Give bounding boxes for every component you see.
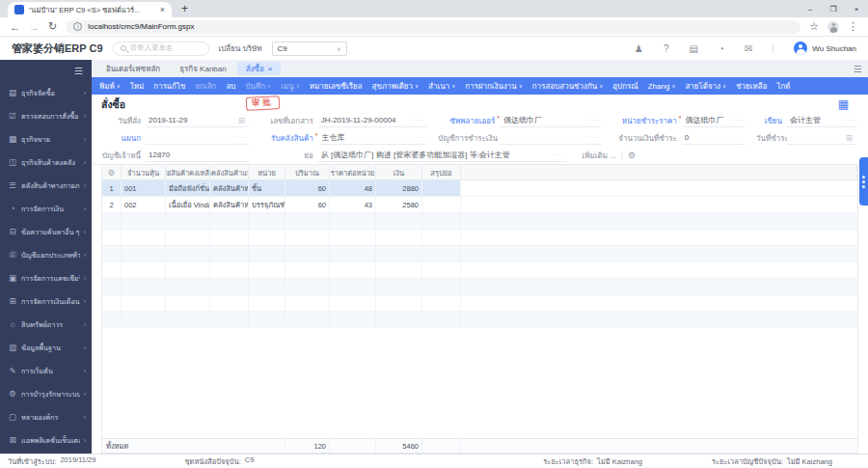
ellipsis-icon[interactable]: ··· (587, 133, 598, 142)
field-input[interactable]: JH-2019-11-29-00004··· (318, 114, 426, 127)
ellipsis-icon[interactable]: ··· (414, 116, 424, 124)
doc-tab-1[interactable]: ธุรกิจ Kanban (171, 62, 235, 75)
sidebar-item-0[interactable]: ▤ธุรกิจจัดซื้อ› (0, 81, 92, 104)
table-row-1[interactable]: 2002เนื้อเยื่อ Vindaคลังสินค้าหลักบรรจุภ… (102, 197, 857, 213)
ellipsis-icon[interactable]: ··· (235, 133, 246, 142)
table-header-0[interactable]: ⚙ (102, 165, 122, 179)
toolbar-item-13[interactable]: Zhang∨ (643, 82, 681, 91)
sidebar-item-11[interactable]: ▥ข้อมูลพื้นฐาน› (0, 336, 92, 359)
field-input[interactable]: 偶达纸巾厂··· (683, 114, 745, 127)
sidebar-item-4[interactable]: ☰คลังสินค้าทางกายภาพ› (0, 174, 92, 197)
sidebar-item-1[interactable]: ☑ตรวจสอบการสั่งซื้อ› (0, 104, 92, 127)
gear-icon[interactable]: ⚙ (628, 151, 636, 160)
maximize-icon[interactable]: ❐ (822, 5, 845, 14)
sidebar-item-10[interactable]: ⌂สินทรัพย์ถาวร› (0, 313, 92, 336)
warehouse-icon: ☰ (8, 180, 17, 190)
more-options-button[interactable]: เพิ่มเติม ...|⚙ (579, 150, 637, 162)
collapse-menu-icon[interactable]: ☰ (74, 66, 83, 76)
sidebar-item-3[interactable]: ◫ธุรกิจสินค้าคงคลัง› (0, 151, 92, 174)
form-field: ซัพพลายเออร์*偶达纸巾厂··· (438, 112, 612, 129)
table-header-2[interactable]: ชื่อสินค้าคงเหลือ (166, 165, 210, 179)
doc-tab-0[interactable]: อินเตอร์เฟซหลัก (97, 62, 169, 75)
toolbar-item-7[interactable]: หมายเลขซีเรียล (305, 80, 367, 93)
address-bar[interactable]: i localhost/cmc9/MainForm.gspx (66, 20, 800, 34)
sidebar-item-15[interactable]: ⊠แอพพลิเคชั่นเซ็นเตอร์› (0, 428, 92, 452)
ellipsis-icon[interactable]: ··· (587, 116, 598, 124)
doc-tab-2[interactable]: สั่งซื้อ× (237, 62, 282, 75)
company-select[interactable]: C9 ∨ (272, 41, 347, 56)
field-input[interactable]: 会计主管··· (787, 114, 856, 127)
sidebar-item-2[interactable]: ▦ธุรกิจขาย› (0, 127, 92, 151)
field-input[interactable]: 从 [偶达纸巾厂] 购进 [管家婆多功能加湿器] 等:会计主管··· (318, 149, 567, 162)
user-menu[interactable]: Wu Shuchan (794, 41, 856, 55)
sidebar-item-6[interactable]: ⊟ข้อความค้นหาอื่น ๆ› (0, 220, 92, 243)
field-input[interactable]: ⊞ (787, 131, 856, 145)
field-input[interactable]: ··· (146, 131, 249, 145)
table-settings-gear-icon[interactable]: ⚙ (108, 168, 116, 178)
field-input[interactable]: 0 (682, 131, 745, 145)
sidebar-item-9[interactable]: ⊞การจัดการเงินเดือน› (0, 289, 92, 313)
chevron-right-icon: › (84, 206, 86, 212)
toolbar-item-10[interactable]: การฝากเงินงาน∨ (460, 80, 528, 93)
sidebar-item-13[interactable]: ⚙การบำรุงรักษาระบบ› (0, 382, 92, 405)
toolbar-item-9[interactable]: สำเนา∨ (423, 80, 460, 93)
table-row-0[interactable]: 1001มือถือฟังก์ชั่นเม...คลังสินค้าหลักชิ… (102, 180, 857, 197)
calendar-icon[interactable]: ⊞ (846, 133, 854, 143)
field-input[interactable]: ··· (500, 131, 601, 145)
toolbar-item-2[interactable]: การแก้ไข (149, 80, 190, 93)
table-header-5[interactable]: ปริมาณ (285, 165, 330, 179)
table-header-1[interactable]: จำนวนหุ้น (122, 165, 166, 179)
side-panel-handle[interactable] (859, 157, 868, 206)
toolbar-item-15[interactable]: ช่วยเหลือ (731, 80, 772, 93)
ellipsis-icon[interactable]: ··· (414, 133, 424, 142)
close-doc-tab-icon[interactable]: × (268, 65, 273, 73)
field-input[interactable]: 主仓库··· (319, 131, 427, 145)
close-window-icon[interactable]: × (845, 5, 868, 14)
toolbar-item-8[interactable]: สุขภาพเดียว∨ (367, 80, 424, 93)
toolbar-item-16[interactable]: ไกด์ (772, 80, 795, 93)
table-header-7[interactable]: เงิน (376, 165, 422, 179)
toolbar-item-14[interactable]: สายโต้จาง∨ (680, 80, 731, 93)
feedback-icon[interactable]: ▤ (689, 43, 697, 54)
new-tab-button[interactable]: + (181, 2, 188, 17)
ellipsis-icon[interactable]: ··· (554, 151, 564, 159)
toolbar-item-0[interactable]: พิมพ์∨ (95, 80, 125, 93)
field-input[interactable]: 偶达纸巾厂··· (501, 114, 601, 127)
calendar-icon[interactable]: ⊞ (238, 116, 246, 125)
table-header-4[interactable]: หน่วย (249, 165, 285, 179)
stamp-icon[interactable]: ♟ (635, 43, 643, 54)
sidebar-item-5[interactable]: ◔การจัดการเงิน› (0, 197, 92, 220)
forward-icon[interactable]: → (29, 21, 40, 33)
sidebar-item-14[interactable]: ▢หลายองค์กร› (0, 405, 92, 428)
browser-menu-icon[interactable]: ⋮ (848, 20, 858, 33)
qr-code-icon[interactable]: ▦ (838, 97, 849, 111)
field-input[interactable]: 2019-11-29⊞ (146, 114, 249, 127)
toolbar-item-1[interactable]: ใหม่ (125, 80, 149, 93)
help-icon[interactable]: ? (664, 43, 669, 54)
table-header-8[interactable]: สรุปย่อ (422, 165, 461, 179)
ellipsis-icon[interactable]: ··· (732, 116, 743, 124)
table-header-6[interactable]: ราคาต่อหน่วย (330, 165, 376, 179)
refresh-icon[interactable]: ↻ (48, 20, 57, 33)
browser-profile-icon[interactable] (827, 21, 839, 33)
toolbar-item-4[interactable]: ลบ (221, 80, 240, 93)
sidebar-item-12[interactable]: ✎การเริ่มต้น› (0, 359, 92, 382)
ellipsis-icon[interactable]: ··· (843, 116, 854, 124)
toolbar-item-12[interactable]: อุปกรณ์ (608, 80, 642, 93)
alarm-icon[interactable]: ◔ (719, 43, 724, 54)
tab-list-icon[interactable]: ☰ (854, 64, 862, 74)
toolbar-item-11[interactable]: การสอบสวนช่วงกัน∨ (528, 80, 608, 93)
bookmark-star-icon[interactable]: ☆ (809, 20, 819, 33)
browser-tab[interactable]: "แม่บ้าน" ERP C9 <S> ซอฟต์แวร์... × (8, 2, 172, 17)
back-icon[interactable]: ← (10, 21, 20, 33)
menu-search-input[interactable]: 请录入菜单名 (113, 41, 209, 56)
sidebar-item-8[interactable]: ▣การจัดการแคชเชียร์› (0, 266, 92, 289)
close-tab-icon[interactable]: × (160, 5, 165, 14)
cell (422, 312, 461, 327)
info-icon[interactable]: i (73, 22, 82, 31)
mail-icon[interactable]: ✉ (745, 43, 752, 54)
sidebar-item-7[interactable]: ☏บัญชีแยกประเภททั่วไป› (0, 243, 92, 266)
field-input[interactable]: 12870 (146, 149, 249, 162)
table-header-3[interactable]: ชื่อคลังสินค้าแบบ (210, 165, 249, 179)
minimize-icon[interactable]: – (799, 5, 822, 14)
